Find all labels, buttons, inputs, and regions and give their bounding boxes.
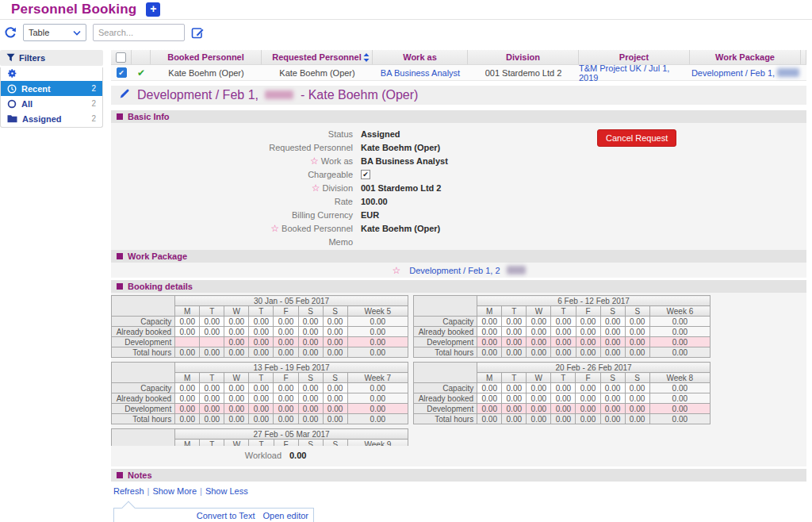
col-booked-personnel[interactable]: Booked Personnel (151, 50, 262, 64)
hours-cell[interactable] (175, 337, 200, 347)
hours-cell: 0.00 (200, 317, 224, 327)
hours-cell[interactable]: 0.00 (200, 404, 224, 414)
basic-info-panel: StatusAssignedRequested PersonnelKate Bo… (111, 123, 806, 250)
hours-cell[interactable]: 0.00 (323, 337, 347, 347)
section-booking-details: Booking details (111, 280, 806, 293)
content: Filters Recent2All2Assigned2 Booked Pers… (0, 50, 812, 522)
star-icon: ☆ (312, 182, 320, 194)
col-work-package[interactable]: Work Package (690, 50, 801, 64)
day-header: M (477, 373, 502, 383)
hours-cell[interactable]: 0.00 (551, 404, 576, 414)
table-row[interactable]: ✔ ✔ Kate Boehm (Oper) Kate Boehm (Oper) … (111, 65, 806, 81)
hours-cell[interactable]: 0.00 (502, 337, 527, 347)
hours-cell: 0.00 (527, 317, 551, 327)
cell-work-as-link[interactable]: BA Business Analyst (373, 68, 468, 78)
hours-cell[interactable]: 0.00 (502, 404, 527, 414)
hours-cell[interactable]: 0.00 (477, 337, 502, 347)
day-header: T (551, 373, 576, 383)
booking-row-total-hours: Total hours0.000.000.000.000.000.000.000… (112, 414, 408, 424)
day-header: W (224, 306, 249, 317)
hours-cell: 0.00 (502, 317, 527, 327)
hours-cell[interactable]: 0.00 (600, 404, 625, 414)
hours-cell[interactable]: 0.00 (600, 337, 625, 347)
chargeable-checkbox[interactable]: ✔ (361, 170, 370, 179)
refresh-link[interactable]: Refresh (113, 486, 144, 496)
select-all-header-cell (111, 50, 132, 64)
cell-work-package-link[interactable]: Development / Feb 1, (690, 68, 801, 78)
hours-cell[interactable]: 0.00 (298, 404, 323, 414)
row-checkbox[interactable]: ✔ (117, 67, 127, 78)
col-division[interactable]: Division (468, 50, 579, 64)
cancel-request-button[interactable]: Cancel Request (597, 129, 676, 147)
show-less-link[interactable]: Show Less (205, 486, 248, 496)
search-input[interactable] (93, 24, 185, 41)
hours-cell[interactable]: 0.00 (224, 404, 249, 414)
add-button[interactable]: + (146, 2, 160, 17)
hours-cell: 0.00 (527, 327, 551, 337)
chevron-down-icon (73, 30, 81, 36)
hours-cell: 0.00 (502, 393, 527, 404)
day-header: F (274, 439, 298, 447)
convert-to-text-link[interactable]: Convert to Text (197, 511, 255, 520)
week-caption: 30 Jan - 05 Feb 2017 (175, 296, 408, 306)
compose-icon[interactable] (191, 26, 205, 40)
hours-cell[interactable]: 0.00 (576, 337, 600, 347)
hours-cell: 0.00 (477, 317, 502, 327)
filter-settings-button[interactable] (1, 67, 102, 81)
filler-header-cell (801, 50, 806, 64)
hours-cell: 0.00 (200, 393, 224, 404)
hours-cell: 0.00 (249, 383, 274, 393)
hours-cell[interactable]: 0.00 (175, 404, 200, 414)
hours-cell[interactable]: 0.00 (249, 337, 274, 347)
hours-cell: 0.00 (600, 317, 625, 327)
hours-cell[interactable]: 0.00 (249, 404, 274, 414)
hours-cell[interactable]: 0.00 (527, 337, 551, 347)
view-select[interactable]: Table (23, 24, 86, 41)
hours-cell[interactable]: 0.00 (625, 337, 649, 347)
col-project[interactable]: Project (579, 50, 690, 64)
hours-cell[interactable]: 0.00 (274, 337, 298, 347)
booking-row-already-booked: Already booked0.000.000.000.000.000.000.… (112, 393, 408, 404)
select-all-checkbox[interactable] (116, 52, 126, 63)
sidebar-item-all[interactable]: All2 (1, 96, 102, 111)
cell-project-link[interactable]: T&M Project UK / Jul 1, 2019 (579, 63, 690, 83)
field-value: 001 Stardemo Ltd 2 (361, 183, 441, 193)
field-label: Billing Currency (111, 210, 353, 220)
week-number-header: Week 9 (347, 439, 408, 447)
booking-row-already-booked: Already booked0.000.000.000.000.000.000.… (112, 327, 408, 337)
hours-cell: 0.00 (625, 414, 649, 424)
filters-header: Filters (0, 50, 103, 66)
hours-cell: 0.00 (175, 383, 200, 393)
day-header: W (527, 373, 551, 383)
hours-cell[interactable]: 0.00 (551, 337, 576, 347)
edit-pencil-icon[interactable] (119, 88, 130, 102)
day-header: T (200, 373, 224, 383)
week-total-cell: 0.00 (347, 404, 408, 414)
sidebar-item-recent[interactable]: Recent2 (1, 81, 102, 96)
hours-cell[interactable]: 0.00 (576, 404, 600, 414)
hours-cell[interactable]: 0.00 (625, 404, 649, 414)
col-work-as[interactable]: Work as (373, 50, 468, 64)
sidebar-item-assigned[interactable]: Assigned2 (1, 111, 102, 126)
open-editor-link[interactable]: Open editor (263, 511, 308, 520)
hours-cell[interactable]: 0.00 (274, 404, 298, 414)
sort-icon[interactable] (363, 53, 370, 63)
hours-cell[interactable] (200, 337, 224, 347)
hours-cell: 0.00 (323, 383, 347, 393)
hours-cell: 0.00 (502, 383, 527, 393)
booking-row-development: Development0.000.000.000.000.000.000.000… (414, 337, 710, 347)
detail-title: Development / Feb 1, - Kate Boehm (Oper) (137, 88, 418, 102)
hours-cell[interactable]: 0.00 (323, 404, 347, 414)
show-more-link[interactable]: Show More (152, 486, 197, 496)
hours-cell[interactable]: 0.00 (224, 337, 249, 347)
refresh-icon[interactable] (4, 26, 17, 39)
day-header: S (600, 306, 625, 317)
hours-cell[interactable]: 0.00 (527, 404, 551, 414)
hours-cell: 0.00 (625, 393, 649, 404)
hours-cell: 0.00 (224, 347, 249, 358)
hours-cell[interactable]: 0.00 (298, 337, 323, 347)
hours-cell[interactable]: 0.00 (477, 404, 502, 414)
col-requested-personnel[interactable]: Requested Personnel (262, 50, 373, 64)
hours-cell: 0.00 (200, 327, 224, 337)
work-package-link[interactable]: Development / Feb 1, 2 (409, 266, 500, 275)
